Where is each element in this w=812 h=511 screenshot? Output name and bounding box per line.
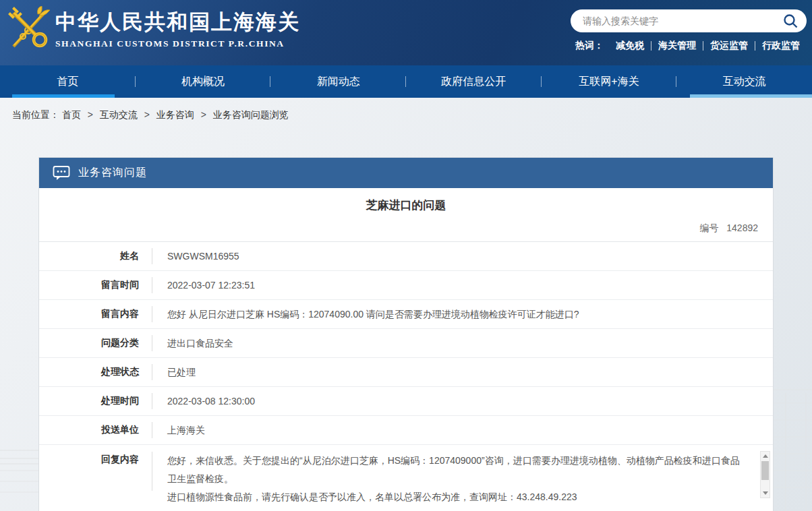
search-box[interactable] xyxy=(571,9,807,32)
breadcrumb: 当前位置： 首页 > 互动交流 > 业务咨询 > 业务咨询问题浏览 xyxy=(0,98,812,121)
search-input[interactable] xyxy=(583,16,782,26)
row-value: SWGWSM16955 xyxy=(152,249,773,264)
nav-item-internet-customs[interactable]: 互联网+海关 xyxy=(542,65,677,98)
table-row-handling-unit: 投送单位 上海海关 xyxy=(39,416,773,445)
row-label: 处理状态 xyxy=(39,366,139,378)
row-value: 您好 从尼日尔进口芝麻 HS编码：12074090.00 请问是否需要办理进境动… xyxy=(152,307,773,322)
nav-item-label: 机构概况 xyxy=(181,75,225,89)
customs-emblem-icon xyxy=(5,6,51,55)
nav-item-organization[interactable]: 机构概况 xyxy=(136,65,271,98)
hot-words-label: 热词： xyxy=(575,40,604,52)
reply-line: 您好，来信收悉。关于您提出的“从尼泊尔进口芝麻，HS编码：1207409000”… xyxy=(167,452,742,488)
nav-item-news[interactable]: 新闻动态 xyxy=(270,65,406,98)
site-title-chinese: 中华人民共和国上海海关 xyxy=(55,10,300,34)
table-row-message-content: 留言内容 您好 从尼日尔进口芝麻 HS编码：12074090.00 请问是否需要… xyxy=(39,300,773,329)
hot-words-bar: 热词： 减免税 海关管理 货运监管 行政监管 xyxy=(571,40,807,52)
reply-scrollbar[interactable] xyxy=(760,451,770,498)
row-value: 2022-03-08 12:30:00 xyxy=(152,394,773,409)
panel-header: 业务咨询问题 xyxy=(39,158,773,188)
breadcrumb-separator: > xyxy=(144,109,150,120)
section-underline xyxy=(690,94,812,98)
hot-word-link[interactable]: 减免税 xyxy=(616,40,644,52)
nav-item-label: 互动交流 xyxy=(723,75,766,89)
table-row-status: 处理状态 已处理 xyxy=(39,358,773,387)
reply-line: 进口植物源性食品前，请先行确认是否予以准入，名单以总署公布为准，查询网址：43.… xyxy=(167,488,742,506)
question-number-label: 编号 xyxy=(699,222,718,233)
breadcrumb-separator: > xyxy=(88,109,93,120)
row-value: 进出口食品安全 xyxy=(152,336,773,351)
row-label: 留言内容 xyxy=(39,308,139,320)
question-title-block: 芝麻进口的问题 编号 142892 xyxy=(39,188,773,242)
row-label: 处理时间 xyxy=(39,395,139,407)
hot-word-link[interactable]: 海关管理 xyxy=(658,40,696,52)
row-value: 2022-03-07 12:23:51 xyxy=(152,278,773,293)
divider xyxy=(755,41,755,51)
site-logo[interactable]: 中华人民共和国上海海关 SHANGHAI CUSTOMS DISTRICT P.… xyxy=(5,6,300,55)
hot-word-link[interactable]: 行政监管 xyxy=(762,40,800,52)
scroll-down-arrow[interactable] xyxy=(761,489,770,498)
search-icon xyxy=(782,13,799,29)
breadcrumb-interaction[interactable]: 互动交流 xyxy=(100,109,138,120)
divider xyxy=(703,41,703,51)
scroll-up-arrow[interactable] xyxy=(761,452,770,460)
site-title-english: SHANGHAI CUSTOMS DISTRICT P.R.CHINA xyxy=(55,38,300,49)
table-row-name: 姓名 SWGWSM16955 xyxy=(39,242,773,271)
row-label: 姓名 xyxy=(39,250,139,262)
breadcrumb-prefix: 当前位置： xyxy=(12,109,59,120)
nav-item-home[interactable]: 首页 xyxy=(0,65,136,98)
table-row-category: 问题分类 进出口食品安全 xyxy=(39,329,773,358)
row-value: 已处理 xyxy=(152,365,773,380)
question-title: 芝麻进口的问题 xyxy=(54,198,758,213)
nav-item-interaction[interactable]: 互动交流 xyxy=(676,65,812,98)
row-label: 问题分类 xyxy=(39,337,139,349)
divider xyxy=(651,41,651,51)
row-label: 留言时间 xyxy=(39,279,139,291)
breadcrumb-consultation[interactable]: 业务咨询 xyxy=(156,109,194,120)
search-button[interactable] xyxy=(782,13,799,29)
table-row-reply-content: 回复内容 您好，来信收悉。关于您提出的“从尼泊尔进口芝麻，HS编码：120740… xyxy=(39,445,773,511)
question-number: 编号 142892 xyxy=(54,222,758,235)
consultation-panel: 业务咨询问题 芝麻进口的问题 编号 142892 姓名 SWGWSM16955 … xyxy=(38,157,774,511)
scrollbar-thumb[interactable] xyxy=(761,461,769,480)
active-underline xyxy=(12,94,115,98)
reply-content[interactable]: 您好，来信收悉。关于您提出的“从尼泊尔进口芝麻，HS编码：1207409000”… xyxy=(152,452,773,506)
nav-item-label: 互联网+海关 xyxy=(579,75,639,89)
nav-item-label: 首页 xyxy=(57,75,78,89)
main-nav: 首页 机构概况 新闻动态 政府信息公开 互联网+海关 互动交流 xyxy=(0,65,812,98)
breadcrumb-separator: > xyxy=(201,109,206,120)
nav-item-label: 新闻动态 xyxy=(317,75,360,89)
question-number-value: 142892 xyxy=(726,222,758,233)
table-row-process-time: 处理时间 2022-03-08 12:30:00 xyxy=(39,387,773,416)
panel-title: 业务咨询问题 xyxy=(78,166,147,180)
row-value: 上海海关 xyxy=(152,423,773,438)
breadcrumb-current-page: 业务咨询问题浏览 xyxy=(213,109,289,120)
hot-word-link[interactable]: 货运监管 xyxy=(710,40,748,52)
nav-item-government-info[interactable]: 政府信息公开 xyxy=(406,65,542,98)
table-row-message-time: 留言时间 2022-03-07 12:23:51 xyxy=(39,271,773,300)
chat-bubble-icon xyxy=(53,165,70,181)
nav-item-label: 政府信息公开 xyxy=(441,75,506,89)
top-banner: 中华人民共和国上海海关 SHANGHAI CUSTOMS DISTRICT P.… xyxy=(0,0,812,65)
row-label: 回复内容 xyxy=(39,452,139,466)
breadcrumb-home[interactable]: 首页 xyxy=(62,109,81,120)
row-label: 投送单位 xyxy=(39,424,139,436)
